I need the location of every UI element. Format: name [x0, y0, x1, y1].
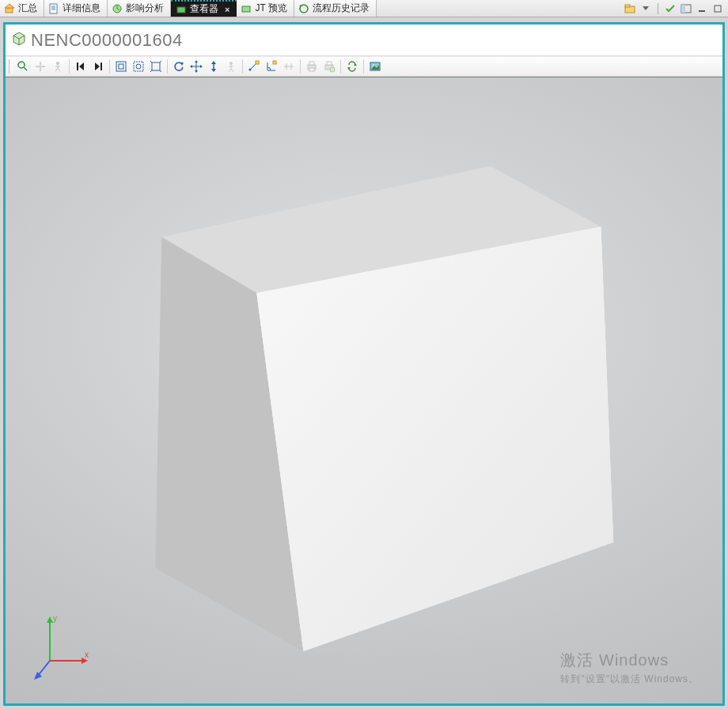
model-box — [120, 157, 627, 655]
history-icon — [298, 3, 309, 14]
window-controls — [624, 0, 728, 17]
person-button[interactable] — [222, 58, 240, 75]
toolbar-separator — [109, 59, 110, 74]
toolbar-separator — [363, 59, 364, 74]
tab-history[interactable]: 流程历史记录 — [294, 0, 377, 17]
viewer-toolbar — [6, 56, 722, 77]
last-button[interactable] — [89, 58, 107, 75]
svg-marker-52 — [354, 63, 357, 66]
svg-rect-8 — [242, 6, 250, 12]
fit-all-button[interactable] — [112, 58, 130, 75]
svg-rect-17 — [715, 6, 721, 12]
toolbar-separator — [167, 59, 168, 74]
image-button[interactable] — [366, 58, 384, 75]
svg-marker-13 — [643, 6, 649, 10]
3d-viewport[interactable]: y x 激活 Windows 转到"设置"以激活 Windows。 — [6, 77, 722, 703]
toolbar-separator — [69, 59, 70, 74]
document-icon — [48, 3, 59, 14]
svg-rect-31 — [152, 63, 160, 70]
tab-summary[interactable]: 汇总 — [0, 0, 44, 17]
svg-line-20 — [24, 67, 27, 70]
svg-rect-12 — [625, 5, 630, 7]
tabs-container: 汇总 详细信息 影响分析 查看器 × JT 预览 — [0, 0, 377, 17]
svg-rect-28 — [119, 64, 123, 69]
viewer-icon — [176, 4, 187, 15]
maximize-icon[interactable] — [712, 3, 723, 14]
sync-button[interactable] — [343, 58, 361, 75]
svg-marker-53 — [347, 67, 351, 70]
toolbar-separator — [340, 59, 341, 74]
svg-marker-32 — [180, 63, 184, 66]
tab-viewer[interactable]: 查看器 × — [171, 0, 237, 17]
home-icon — [4, 3, 15, 14]
svg-marker-33 — [195, 60, 198, 63]
svg-marker-1 — [5, 4, 14, 8]
measure-angle-button[interactable] — [263, 58, 280, 75]
svg-marker-60 — [256, 227, 613, 651]
close-icon[interactable]: × — [225, 5, 229, 14]
folder-icon[interactable] — [624, 3, 635, 14]
panel-icon[interactable] — [681, 3, 692, 14]
svg-marker-38 — [211, 69, 216, 72]
title-row: NENC0000001604 — [6, 25, 722, 56]
toolbar-grip — [9, 59, 13, 74]
toolbar-separator — [300, 59, 301, 74]
separator — [658, 3, 658, 14]
impact-icon — [112, 3, 123, 14]
svg-marker-34 — [195, 70, 198, 73]
first-button[interactable] — [72, 58, 89, 75]
svg-point-41 — [249, 69, 252, 71]
tab-jt-preview[interactable]: JT 预览 — [237, 0, 294, 17]
svg-point-30 — [136, 64, 141, 69]
tab-label: JT 预览 — [255, 2, 286, 15]
svg-rect-15 — [681, 5, 685, 13]
svg-rect-29 — [134, 62, 143, 71]
svg-rect-50 — [327, 62, 332, 65]
print-button[interactable] — [303, 58, 320, 75]
zoom-button[interactable] — [14, 58, 32, 75]
svg-point-22 — [56, 62, 59, 65]
tab-label: 详细信息 — [63, 2, 100, 15]
pan-button[interactable] — [32, 58, 49, 75]
jt-icon — [241, 3, 252, 14]
svg-point-56 — [373, 64, 374, 66]
toolbar-separator — [242, 59, 243, 74]
tab-details[interactable]: 详细信息 — [44, 0, 108, 17]
svg-rect-27 — [116, 62, 126, 71]
chevron-down-icon[interactable] — [640, 3, 651, 14]
svg-rect-40 — [256, 61, 259, 64]
svg-marker-35 — [190, 65, 192, 68]
check-icon[interactable] — [665, 3, 676, 14]
zoom-window-button[interactable] — [147, 58, 165, 75]
svg-rect-42 — [273, 61, 276, 64]
svg-rect-2 — [50, 4, 57, 13]
measure-dist-button[interactable] — [245, 58, 263, 75]
svg-point-51 — [330, 67, 335, 72]
part-icon — [12, 32, 26, 48]
svg-rect-47 — [309, 62, 314, 65]
page-title: NENC0000001604 — [31, 30, 183, 51]
refresh-button[interactable] — [170, 58, 188, 75]
tab-label: 查看器 — [190, 2, 218, 16]
watermark-line2: 转到"设置"以激活 Windows。 — [560, 673, 699, 686]
svg-text:y: y — [53, 614, 57, 623]
print-sel-button[interactable] — [320, 58, 338, 75]
svg-point-39 — [229, 62, 233, 65]
move-button[interactable] — [188, 58, 205, 75]
svg-text:x: x — [85, 650, 89, 659]
minimize-icon[interactable] — [696, 3, 707, 14]
tab-bar: 汇总 详细信息 影响分析 查看器 × JT 预览 — [0, 0, 728, 17]
orientation-triad: y x — [26, 612, 97, 683]
walk-button[interactable] — [49, 58, 66, 75]
svg-marker-24 — [79, 63, 84, 70]
tab-impact[interactable]: 影响分析 — [108, 0, 171, 17]
svg-point-19 — [18, 62, 25, 68]
svg-rect-48 — [309, 68, 314, 71]
zoom-area-button[interactable] — [130, 58, 147, 75]
svg-marker-62 — [47, 616, 53, 623]
content-frame: NENC0000001604 — [3, 22, 725, 706]
align-button[interactable] — [280, 58, 298, 75]
tab-label: 影响分析 — [126, 2, 164, 15]
updown-button[interactable] — [205, 58, 222, 75]
svg-marker-36 — [200, 65, 203, 68]
